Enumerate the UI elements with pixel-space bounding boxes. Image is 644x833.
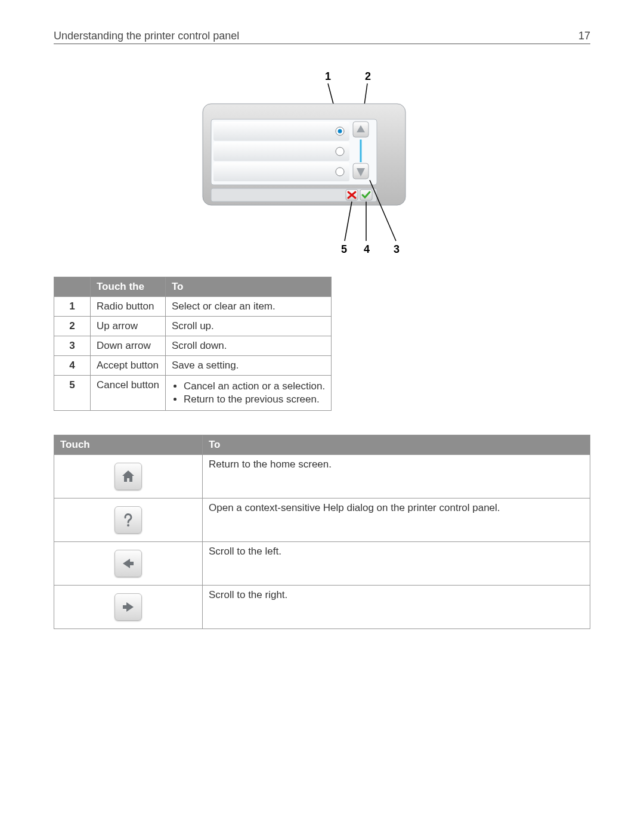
table1-head-blank [54, 277, 91, 297]
table2-head-touch: Touch [54, 435, 203, 455]
control-panel-diagram: 1 2 [54, 68, 590, 265]
svg-marker-22 [123, 559, 134, 568]
cancel-button[interactable] [346, 190, 358, 200]
table-row: 3 Down arrow Scroll down. [54, 336, 332, 356]
touch-icon-table: Touch To Return to the home screen. [54, 435, 590, 629]
radio-button-icon[interactable] [336, 147, 344, 156]
table2-head-to: To [203, 435, 590, 455]
callout-1: 1 [325, 70, 331, 82]
table1-head-to: To [165, 277, 331, 297]
table-row: 1 Radio button Select or clear an item. [54, 297, 332, 317]
up-arrow-button[interactable] [353, 122, 369, 137]
svg-line-17 [345, 202, 352, 241]
table-row: 5 Cancel button Cancel an action or a se… [54, 376, 332, 411]
down-arrow-button[interactable] [353, 163, 369, 179]
callout-2: 2 [365, 70, 371, 82]
callout-table: Touch the To 1 Radio button Select or cl… [54, 277, 332, 411]
svg-marker-20 [122, 470, 134, 482]
table-row: Open a context-sensitive Help dialog on … [54, 498, 590, 542]
callout-4: 4 [364, 243, 370, 255]
table1-head-touch: Touch the [91, 277, 166, 297]
page-number: 17 [578, 30, 590, 42]
accept-button[interactable] [360, 190, 372, 200]
table-row: Return to the home screen. [54, 455, 590, 498]
help-icon[interactable] [114, 506, 142, 534]
svg-rect-4 [213, 122, 349, 141]
table-row: 2 Up arrow Scroll up. [54, 317, 332, 336]
radio-button-icon[interactable] [336, 127, 344, 135]
arrow-right-icon[interactable] [114, 593, 142, 621]
home-icon[interactable] [114, 463, 142, 490]
radio-button-icon[interactable] [336, 168, 344, 176]
table-row: 4 Accept button Save a setting. [54, 356, 332, 376]
callout-3: 3 [394, 243, 400, 255]
svg-rect-6 [213, 162, 349, 181]
table-row: Scroll to the left. [54, 542, 590, 586]
svg-marker-23 [123, 602, 134, 612]
table-row: Scroll to the right. [54, 586, 590, 629]
svg-rect-5 [213, 142, 349, 161]
svg-point-8 [338, 129, 342, 134]
svg-point-21 [127, 524, 129, 527]
page-header: Understanding the printer control panel … [54, 30, 590, 44]
page-title: Understanding the printer control panel [54, 30, 239, 42]
callout-5: 5 [341, 243, 347, 255]
arrow-left-icon[interactable] [114, 550, 142, 577]
